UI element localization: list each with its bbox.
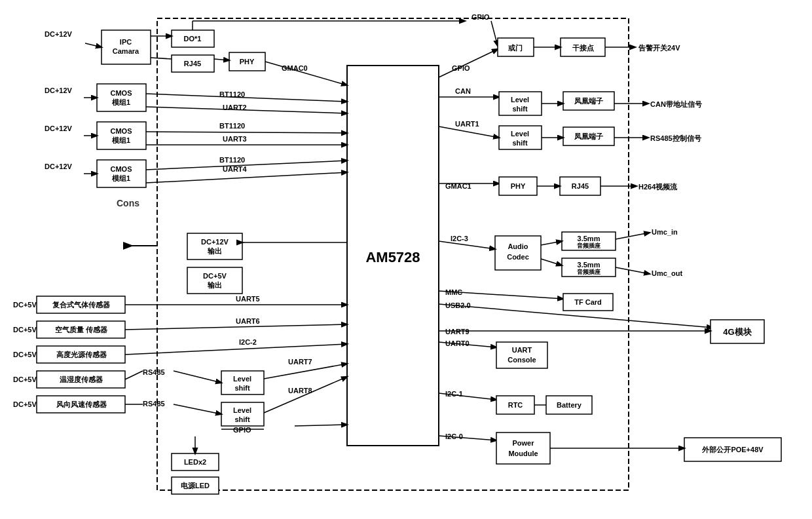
svg-text:Cons: Cons — [117, 198, 139, 208]
svg-text:音频插座: 音频插座 — [577, 268, 601, 275]
svg-line-149 — [541, 241, 562, 245]
svg-text:PHY: PHY — [240, 58, 255, 66]
svg-line-163 — [439, 304, 712, 328]
svg-text:DC+5V: DC+5V — [13, 326, 37, 334]
svg-line-104 — [295, 425, 347, 426]
svg-text:干接点: 干接点 — [572, 44, 594, 52]
svg-text:BT1120: BT1120 — [219, 156, 245, 164]
svg-line-169 — [439, 342, 496, 347]
svg-text:风向风速传感器: 风向风速传感器 — [56, 400, 107, 408]
svg-text:模组1: 模组1 — [111, 98, 130, 106]
svg-line-23 — [439, 49, 498, 77]
svg-text:BT1120: BT1120 — [219, 122, 245, 130]
svg-text:CAN: CAN — [455, 87, 471, 95]
svg-text:外部公开POE+48V: 外部公开POE+48V — [701, 446, 764, 453]
svg-text:DC+12V: DC+12V — [45, 125, 73, 132]
svg-text:Audio: Audio — [507, 242, 528, 250]
svg-text:CMOS: CMOS — [111, 127, 132, 135]
svg-rect-3 — [101, 30, 151, 64]
svg-text:BT1120: BT1120 — [219, 90, 245, 98]
svg-rect-1 — [347, 66, 439, 446]
svg-text:DC+5V: DC+5V — [13, 301, 37, 309]
svg-text:LEDx2: LEDx2 — [184, 458, 206, 466]
svg-text:MMC: MMC — [445, 288, 462, 296]
svg-rect-25 — [498, 38, 534, 56]
svg-text:UART3: UART3 — [223, 135, 247, 143]
svg-rect-8 — [172, 30, 214, 47]
svg-rect-70 — [37, 321, 125, 338]
svg-text:shift: shift — [234, 415, 250, 423]
svg-text:GMAC0: GMAC0 — [282, 64, 308, 72]
svg-text:GPIO: GPIO — [233, 426, 251, 434]
svg-line-51 — [146, 132, 347, 133]
svg-text:UART7: UART7 — [288, 358, 312, 366]
diagram-svg: AM5728 IPC Camara DC+12V DO*1 RJ45 PHY G… — [0, 0, 812, 519]
svg-text:RS485控制信号: RS485控制信号 — [650, 134, 702, 142]
svg-text:AM5728: AM5728 — [365, 249, 420, 265]
svg-text:IPC: IPC — [120, 38, 132, 46]
svg-text:RS485: RS485 — [143, 368, 165, 376]
svg-line-84 — [125, 324, 347, 330]
svg-text:模组1: 模组1 — [111, 136, 130, 144]
svg-line-96 — [125, 371, 143, 379]
svg-line-99 — [174, 404, 221, 414]
svg-text:DC+5V: DC+5V — [13, 400, 37, 408]
svg-rect-93 — [221, 402, 264, 426]
svg-text:凤凰端子: 凤凰端子 — [574, 132, 603, 140]
svg-text:RS485: RS485 — [143, 400, 165, 408]
svg-text:shift: shift — [512, 105, 528, 113]
svg-text:GPIO: GPIO — [452, 64, 470, 72]
svg-text:3.5mm: 3.5mm — [578, 261, 600, 269]
svg-text:GPIO: GPIO — [471, 13, 490, 21]
svg-text:I2C-2: I2C-2 — [239, 338, 257, 346]
svg-rect-141 — [495, 236, 541, 270]
svg-text:H264视频流: H264视频流 — [638, 183, 678, 191]
svg-rect-109 — [172, 477, 219, 494]
svg-text:I2C-1: I2C-1 — [445, 390, 463, 398]
svg-rect-114 — [499, 92, 542, 115]
svg-text:高度光源传感器: 高度光源传感器 — [56, 351, 107, 358]
svg-rect-152 — [562, 258, 616, 277]
svg-rect-42 — [97, 160, 146, 187]
svg-text:复合式气体传感器: 复合式气体传感器 — [52, 301, 111, 309]
svg-text:Moudule: Moudule — [508, 450, 538, 457]
svg-line-174 — [439, 393, 496, 400]
svg-rect-59 — [187, 233, 242, 260]
svg-rect-0 — [157, 18, 629, 490]
svg-text:Umc_out: Umc_out — [652, 269, 682, 277]
svg-text:RJ45: RJ45 — [184, 60, 201, 67]
svg-rect-177 — [546, 396, 592, 414]
svg-rect-73 — [37, 346, 125, 363]
svg-rect-12 — [229, 52, 265, 71]
svg-text:Level: Level — [511, 96, 529, 104]
svg-text:输出: 输出 — [207, 247, 222, 255]
svg-line-7 — [85, 43, 101, 47]
svg-text:shift: shift — [512, 139, 528, 147]
svg-text:Level: Level — [233, 375, 251, 383]
svg-text:UART2: UART2 — [223, 104, 247, 111]
svg-rect-170 — [496, 342, 547, 368]
svg-rect-76 — [37, 371, 125, 388]
svg-line-22 — [491, 21, 498, 46]
svg-rect-136 — [560, 177, 600, 195]
svg-line-144 — [439, 241, 495, 249]
svg-text:UART0: UART0 — [445, 339, 470, 347]
svg-text:输出: 输出 — [207, 281, 222, 289]
svg-text:Console: Console — [507, 356, 536, 364]
svg-text:凤凰端子: 凤凰端子 — [574, 97, 603, 105]
svg-text:Level: Level — [511, 130, 529, 138]
svg-text:Codec: Codec — [507, 253, 529, 261]
svg-text:DC+12V: DC+12V — [45, 163, 73, 170]
svg-text:UART6: UART6 — [236, 317, 260, 325]
svg-text:Umc_in: Umc_in — [652, 228, 678, 236]
svg-text:I2C-0: I2C-0 — [445, 432, 463, 440]
svg-line-57 — [146, 172, 347, 183]
svg-line-150 — [616, 233, 650, 239]
svg-rect-27 — [561, 38, 605, 56]
svg-rect-117 — [563, 92, 614, 110]
svg-text:RTC: RTC — [508, 401, 523, 409]
svg-text:DC+5V: DC+5V — [13, 375, 37, 383]
svg-rect-160 — [563, 294, 613, 311]
svg-text:3.5mm: 3.5mm — [578, 235, 600, 242]
svg-rect-79 — [37, 396, 125, 413]
